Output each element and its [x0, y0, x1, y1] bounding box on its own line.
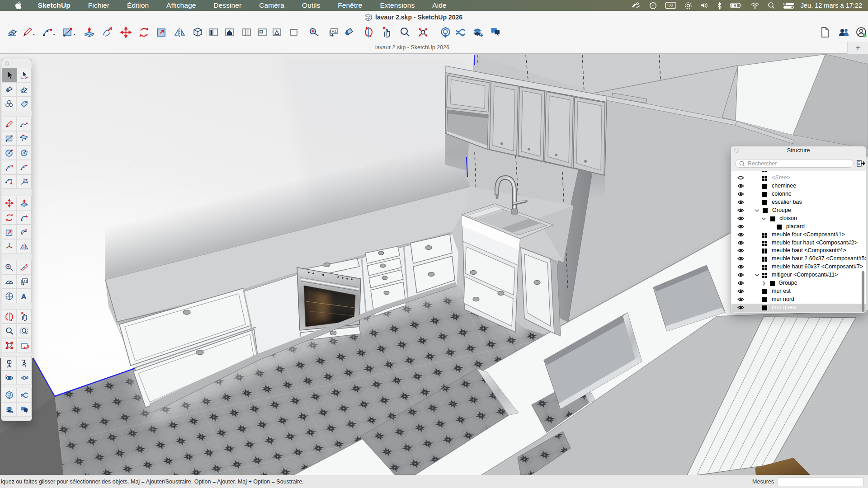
svg-text:C: C: [8, 293, 10, 296]
svg-text:A: A: [21, 292, 26, 300]
svg-text:A1: A1: [24, 279, 28, 282]
svg-text:123: 123: [667, 4, 673, 8]
svg-text:A1: A1: [332, 29, 337, 33]
